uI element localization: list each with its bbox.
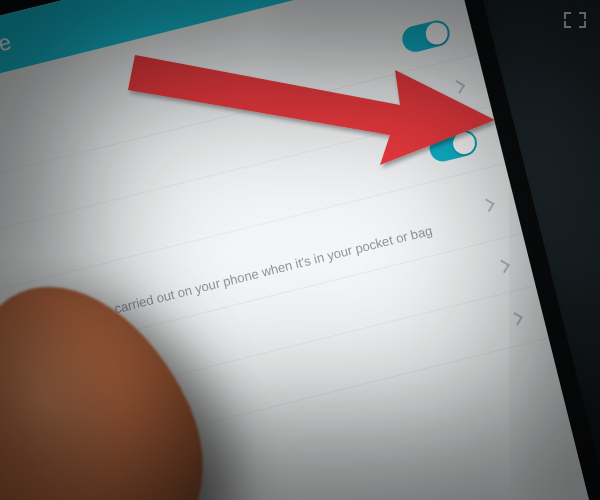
chevron-right-icon	[481, 198, 495, 212]
toggle-one-handed-ui[interactable]	[400, 18, 453, 55]
chevron-right-icon	[451, 80, 465, 94]
chevron-right-icon	[509, 312, 523, 326]
chevron-right-icon	[496, 259, 510, 273]
toggle-voice-control[interactable]	[427, 127, 480, 164]
fullscreen-icon[interactable]	[564, 12, 586, 28]
